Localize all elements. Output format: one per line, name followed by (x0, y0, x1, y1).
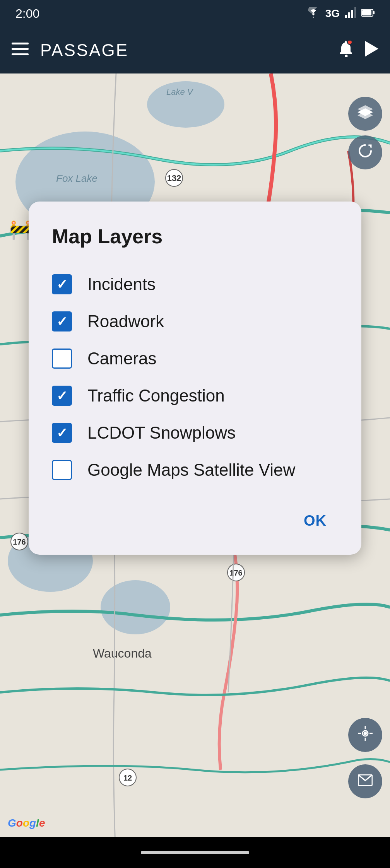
mail-icon (358, 773, 373, 789)
home-indicator[interactable] (141, 851, 249, 854)
app-bar-actions (339, 41, 378, 60)
layer-item-roadwork[interactable]: Roadwork (52, 304, 338, 338)
svg-text:Lake V: Lake V (166, 87, 194, 97)
svg-marker-12 (365, 41, 378, 56)
mail-button[interactable] (348, 764, 382, 798)
notification-icon[interactable] (339, 41, 354, 60)
lcdot-snowplows-label: LCDOT Snowplows (87, 423, 236, 443)
layer-item-lcdot-snowplows[interactable]: LCDOT Snowplows (52, 416, 338, 450)
layer-item-traffic-congestion[interactable]: Traffic Congestion (52, 379, 338, 413)
svg-rect-0 (345, 15, 347, 18)
status-icons: 3G (307, 7, 375, 21)
svg-rect-6 (362, 10, 371, 15)
app-title: PASSAGE (40, 41, 327, 60)
battery-icon (361, 8, 375, 20)
layer-checkbox-list: Incidents Roadwork Cameras Traffic Conge… (52, 267, 338, 487)
svg-rect-1 (348, 12, 350, 18)
my-location-icon (358, 726, 373, 744)
signal-icon (345, 7, 356, 21)
layer-item-cameras[interactable]: Cameras (52, 342, 338, 376)
map-layers-dialog[interactable]: Map Layers Incidents Roadwork Cameras Tr… (29, 202, 361, 555)
svg-rect-5 (373, 11, 375, 14)
dialog-title: Map Layers (52, 225, 338, 248)
svg-text:Wauconda: Wauconda (93, 646, 152, 660)
svg-text:Fox Lake: Fox Lake (56, 173, 98, 184)
layer-item-google-satellite[interactable]: Google Maps Satellite View (52, 453, 338, 487)
refresh-button[interactable] (348, 135, 382, 169)
roadwork-checkbox[interactable] (52, 311, 72, 331)
hamburger-menu-icon[interactable] (12, 41, 29, 60)
svg-text:176: 176 (229, 569, 242, 577)
play-icon[interactable] (365, 41, 378, 60)
wifi-icon (307, 7, 320, 21)
svg-point-17 (101, 580, 170, 634)
traffic-congestion-checkbox[interactable] (52, 386, 72, 406)
cameras-checkbox[interactable] (52, 349, 72, 369)
layers-button[interactable] (348, 97, 382, 131)
refresh-icon (358, 144, 373, 162)
google-satellite-checkbox[interactable] (52, 460, 72, 480)
lcdot-snowplows-checkbox[interactable] (52, 423, 72, 443)
ok-button[interactable]: OK (292, 506, 338, 535)
svg-text:132: 132 (167, 173, 181, 183)
cameras-label: Cameras (87, 349, 157, 368)
svg-point-11 (347, 41, 352, 44)
svg-text:176: 176 (13, 538, 26, 546)
status-time: 2:00 (15, 7, 39, 21)
dialog-actions: OK (52, 502, 338, 535)
svg-point-10 (345, 55, 348, 57)
svg-rect-7 (12, 43, 29, 44)
svg-rect-2 (351, 10, 353, 18)
svg-point-37 (364, 732, 366, 735)
svg-rect-9 (12, 53, 29, 55)
location-button[interactable] (348, 718, 382, 752)
nav-bar (0, 837, 390, 868)
google-logo: Google (8, 817, 45, 829)
svg-rect-8 (12, 48, 29, 50)
roadwork-label: Roadwork (87, 312, 164, 331)
svg-rect-3 (354, 7, 356, 18)
layer-item-incidents[interactable]: Incidents (52, 267, 338, 301)
incidents-checkbox[interactable] (52, 274, 72, 294)
status-bar: 2:00 3G (0, 0, 390, 27)
layers-icon (358, 105, 373, 123)
traffic-congestion-label: Traffic Congestion (87, 386, 225, 405)
incidents-label: Incidents (87, 275, 156, 294)
network-3g-icon: 3G (325, 7, 340, 20)
app-bar: PASSAGE (0, 27, 390, 73)
google-satellite-label: Google Maps Satellite View (87, 460, 295, 480)
svg-text:12: 12 (123, 774, 132, 782)
